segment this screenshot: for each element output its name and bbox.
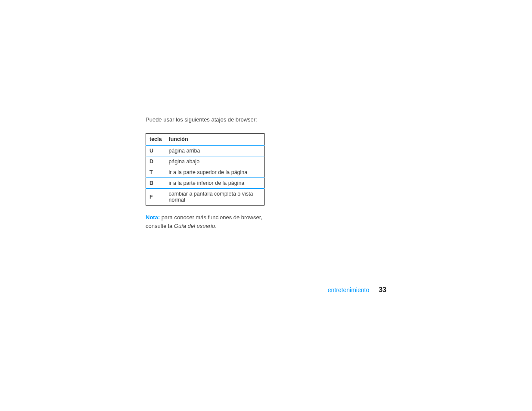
page-content: Puede usar los siguientes atajos de brow… (146, 116, 387, 230)
table-row: D página abajo (146, 156, 264, 167)
intro-text: Puede usar los siguientes atajos de brow… (146, 116, 387, 123)
func-cell: página abajo (165, 156, 264, 167)
page-footer: entretenimiento 33 (328, 286, 386, 294)
func-cell: página arriba (165, 145, 264, 156)
table-header-row: tecla función (146, 134, 264, 146)
key-cell: B (146, 178, 165, 189)
header-func: función (165, 134, 264, 146)
table-row: T ir a la parte superior de la página (146, 167, 264, 178)
footer-page-number: 33 (379, 286, 386, 294)
table-row: F cambiar a pantalla completa o vista no… (146, 189, 264, 206)
table-row: B ir a la parte inferior de la página (146, 178, 264, 189)
footer-section-label: entretenimiento (328, 286, 370, 293)
func-cell: ir a la parte inferior de la página (165, 178, 264, 189)
note-label: Nota: (146, 214, 160, 221)
shortcuts-table: tecla función U página arriba D página a… (146, 133, 264, 206)
func-cell: cambiar a pantalla completa o vista norm… (165, 189, 264, 206)
func-cell: ir a la parte superior de la página (165, 167, 264, 178)
header-key: tecla (146, 134, 165, 146)
table-row: U página arriba (146, 145, 264, 156)
note-paragraph: Nota: para conocer más funciones de brow… (146, 213, 266, 230)
key-cell: U (146, 145, 165, 156)
note-guide: Guía del usuario (174, 223, 215, 229)
key-cell: D (146, 156, 165, 167)
note-text-2: . (215, 223, 217, 229)
key-cell: F (146, 189, 165, 206)
key-cell: T (146, 167, 165, 178)
